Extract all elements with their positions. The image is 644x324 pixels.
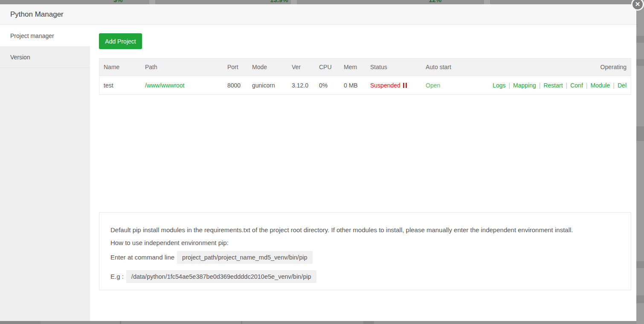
column-header-status: Status [366,64,421,70]
project-cpu: 0% [315,82,339,89]
project-table: Name Path Port Mode Ver CPU Mem Status A… [99,58,631,95]
page-scrollbar[interactable] [636,0,644,324]
del-link[interactable]: Del [618,82,627,89]
project-mode: gunicorn [248,82,287,89]
sidebar-item-version[interactable]: Version [0,47,90,68]
project-status: Suspended [366,82,421,89]
action-separator: | [566,82,568,89]
project-version: 3.12.0 [287,82,315,89]
help-line-1: Default pip install modules in the requi… [110,226,622,234]
help-line-4: E.g :/data/python/1fc54ae5e387be0d369edd… [110,270,622,283]
module-link[interactable]: Module [590,82,610,89]
project-port: 8000 [223,82,248,89]
help-line-4-label: E.g : [110,273,124,280]
pause-icon [403,83,407,88]
column-header-autostart: Auto start [421,64,479,70]
logs-link[interactable]: Logs [493,82,505,89]
backdrop-divider [291,0,297,4]
action-separator: | [539,82,541,89]
dimmed-backdrop-bottom [0,321,644,324]
add-project-button[interactable]: Add Project [99,33,142,49]
conf-link[interactable]: Conf [570,82,583,89]
restart-link[interactable]: Restart [543,82,563,89]
sidebar-item-label: Version [10,54,30,61]
dialog-header: Python Manager [0,4,636,25]
action-separator: | [508,82,510,89]
column-header-name: Name [99,64,141,70]
column-header-mem: Mem [339,64,366,70]
python-manager-dialog: Python Manager Project manager Version A… [0,4,636,321]
dialog-title: Python Manager [10,4,64,25]
column-header-cpu: CPU [315,64,339,70]
backdrop-gauge-value: 12% [429,0,441,3]
backdrop-divider [484,0,490,4]
column-header-ver: Ver [287,64,315,70]
column-header-path: Path [141,64,223,70]
pip-help-panel: Default pip install modules in the requi… [99,212,631,290]
help-line-2: How to use independent environment pip: [110,239,622,247]
project-path-link[interactable]: /www/wwwroot [145,82,185,89]
action-separator: | [586,82,588,89]
sidebar-item-project-manager[interactable]: Project manager [0,25,90,47]
mapping-link[interactable]: Mapping [513,82,536,89]
column-header-mode: Mode [248,64,287,70]
table-header-row: Name Path Port Mode Ver CPU Mem Status A… [99,58,631,76]
backdrop-divider [149,0,155,4]
project-mem: 0 MB [339,82,366,89]
row-actions: Logs|Mapping|Restart|Conf|Module|Del [479,82,631,89]
backdrop-gauge-value: 3% [113,0,123,3]
sidebar-item-label: Project manager [10,32,54,39]
help-line-3: Enter at command lineproject_path/projec… [110,251,622,264]
dimmed-backdrop-top: 3% 13.9% 12% [0,0,644,4]
column-header-port: Port [223,64,248,70]
backdrop-gauge-value: 13.9% [270,0,288,3]
project-name: test [99,82,141,89]
autostart-toggle[interactable]: Open [426,82,440,89]
help-line-3-label: Enter at command line [110,254,174,261]
action-separator: | [613,82,615,89]
pip-path-example-code: /data/python/1fc54ae5e387be0d369eddddc20… [126,270,316,283]
dialog-sidebar: Project manager Version [0,25,90,321]
status-text: Suspended [370,82,400,89]
table-row: test /www/wwwroot 8000 gunicorn 3.12.0 0… [99,76,631,94]
column-header-operating: Operating [479,64,631,70]
pip-path-template-code: project_path/project_name_md5_venv/bin/p… [177,251,312,264]
